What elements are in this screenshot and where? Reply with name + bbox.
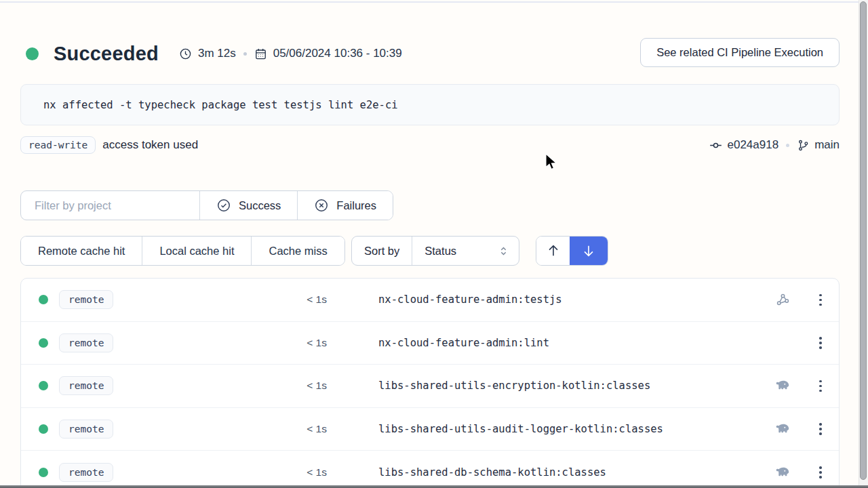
date-range-text: 05/06/2024 10:36 - 10:39 [273,47,402,60]
sort-ascending-button[interactable] [536,237,570,265]
duration-text: 3m 12s [198,47,236,60]
gradle-icon [774,421,791,437]
access-token-text: access token used [102,138,198,152]
sort-field-select[interactable]: Status [412,237,519,265]
command-text: nx affected -t typecheck package test te… [43,99,398,111]
task-duration: < 1s [130,337,327,349]
vcs-info: e024a918 main [709,138,840,152]
dot-separator [243,52,247,56]
failures-filter-button[interactable]: Failures [297,191,393,220]
task-duration: < 1s [130,423,327,435]
task-row[interactable]: remote < 1s nx-cloud-feature-admin:lint [21,322,839,365]
task-name[interactable]: nx-cloud-feature-admin:lint [327,337,763,349]
task-status-dot [39,468,48,477]
success-filter-button[interactable]: Success [199,191,297,220]
cache-source-badge: remote [59,333,113,352]
sort-by-label: Sort by [352,237,412,265]
task-row[interactable]: remote < 1s libs-shared-db-schema-kotlin… [21,451,839,488]
task-name[interactable]: libs-shared-utils-encryption-kotlin:clas… [327,380,763,392]
arrow-up-icon [546,243,561,258]
task-duration: < 1s [130,380,327,392]
filter-group: Success Failures [20,190,393,220]
cache-source-badge: remote [59,376,113,395]
chevron-up-down-icon [498,245,509,257]
scrollbar-thumb[interactable] [860,1,867,480]
page-title: Succeeded [54,43,159,65]
task-graph-icon [775,292,791,308]
task-name[interactable]: libs-shared-utils-audit-logger-kotlin:cl… [327,423,763,435]
bottom-window-edge [0,485,868,488]
filter-by-project-input[interactable] [21,191,199,220]
x-circle-icon [314,198,329,213]
kebab-menu-icon[interactable] [802,418,839,441]
commit-icon [709,138,723,152]
scrollbar-track[interactable] [859,0,868,488]
task-list: remote < 1s nx-cloud-feature-admin:testj… [20,278,840,488]
task-name[interactable]: nx-cloud-feature-admin:testjs [327,293,763,306]
gradle-icon [774,378,791,394]
kebab-menu-icon[interactable] [802,461,839,484]
sort-field-value: Status [425,245,456,258]
task-name[interactable]: libs-shared-db-schema-kotlin:classes [327,466,763,479]
run-header: Succeeded 3m 12s 05/06/2024 10:36 - 10:3… [20,38,840,69]
task-duration: < 1s [130,466,327,479]
sort-group: Sort by Status [351,236,519,266]
access-token-badge: read-write [20,136,96,154]
date-meta: 05/06/2024 10:36 - 10:39 [254,47,402,60]
mouse-cursor [545,153,561,171]
duration-meta: 3m 12s [179,47,236,60]
task-row[interactable]: remote < 1s libs-shared-utils-audit-logg… [21,408,839,451]
cache-source-badge: remote [59,420,113,439]
cache-source-badge: remote [59,463,113,482]
see-related-ci-pipeline-button[interactable]: See related CI Pipeline Execution [640,38,840,67]
top-border-rule [0,1,859,3]
gradle-icon [774,464,791,481]
task-status-dot [39,424,48,434]
token-row: read-write access token used e024a918 ma… [20,134,840,156]
branch-name[interactable]: main [814,138,840,152]
task-duration: < 1s [130,293,327,306]
command-box: nx affected -t typecheck package test te… [20,84,840,125]
failures-filter-label: Failures [336,199,376,212]
task-row[interactable]: remote < 1s libs-shared-utils-encryption… [21,365,839,408]
cache-miss-button[interactable]: Cache miss [251,237,344,265]
check-circle-icon [216,198,231,213]
success-filter-label: Success [239,199,281,212]
commit-hash[interactable]: e024a918 [728,138,779,152]
calendar-icon [254,47,267,60]
remote-cache-hit-button[interactable]: Remote cache hit [21,237,142,265]
kebab-menu-icon[interactable] [802,289,839,312]
cache-filter-group: Remote cache hit Local cache hit Cache m… [20,236,345,266]
kebab-menu-icon[interactable] [802,331,839,354]
kebab-menu-icon[interactable] [802,375,839,398]
sort-descending-button[interactable] [570,237,608,265]
local-cache-hit-button[interactable]: Local cache hit [142,237,251,265]
dot-separator [786,144,789,147]
task-status-dot [39,381,48,390]
cache-source-badge: remote [59,290,113,309]
arrow-down-icon [581,243,596,258]
clock-icon [179,47,192,60]
git-branch-icon [797,139,810,152]
sort-direction-group [536,236,608,266]
status-dot [26,47,39,60]
task-row[interactable]: remote < 1s nx-cloud-feature-admin:testj… [21,279,839,322]
task-status-dot [39,295,48,304]
task-status-dot [39,338,48,348]
